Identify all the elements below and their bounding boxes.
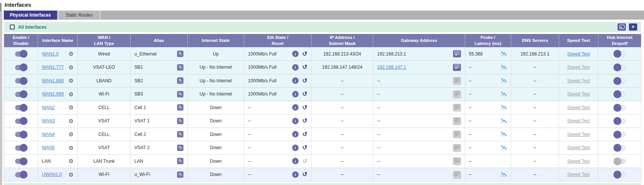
hub-dropoff-toggle[interactable] — [614, 65, 626, 70]
hub-dropoff-toggle[interactable] — [614, 172, 626, 177]
edit-alias-button[interactable]: ✎ — [177, 131, 183, 137]
gear-icon[interactable]: ⚙ — [69, 105, 74, 110]
gear-icon[interactable]: ⚙ — [69, 158, 74, 164]
edit-alias-button[interactable]: ✎ — [177, 145, 183, 151]
latency-chart-icon[interactable] — [501, 118, 507, 124]
enable-toggle[interactable] — [15, 65, 27, 70]
gateway-console-button[interactable] — [453, 91, 461, 98]
hub-dropoff-toggle[interactable] — [614, 78, 626, 83]
reset-icon[interactable]: ↺ — [302, 171, 307, 177]
gateway-console-button[interactable] — [453, 77, 461, 84]
edit-alias-button[interactable]: ✎ — [177, 171, 183, 178]
latency-chart-icon[interactable] — [501, 77, 507, 84]
interface-name-link[interactable]: WAN4 — [42, 132, 55, 137]
reset-icon[interactable]: ↺ — [302, 64, 307, 70]
interface-name-link[interactable]: WAN1.888 — [42, 78, 64, 83]
latency-chart-icon[interactable] — [501, 64, 507, 71]
gateway-console-button[interactable] — [453, 64, 461, 71]
reset-icon[interactable]: ↺ — [302, 131, 307, 137]
latency-chart-icon[interactable] — [501, 104, 507, 111]
reset-icon[interactable]: ↺ — [302, 51, 307, 57]
reset-icon[interactable]: ↺ — [302, 105, 307, 111]
info-icon[interactable]: i — [292, 77, 299, 84]
gateway-console-button[interactable] — [453, 104, 461, 111]
enable-toggle[interactable] — [15, 51, 27, 57]
enable-toggle[interactable] — [15, 92, 27, 97]
interface-name-link[interactable]: LAN — [42, 159, 51, 164]
gateway-console-button[interactable] — [453, 117, 461, 125]
info-icon[interactable]: i — [292, 131, 299, 137]
gear-icon[interactable]: ⚙ — [69, 172, 74, 177]
latency-chart-icon[interactable] — [501, 145, 507, 151]
latency-chart-icon[interactable] — [501, 171, 507, 178]
gear-icon[interactable]: ⚙ — [69, 78, 74, 83]
reset-icon[interactable]: ↺ — [302, 118, 307, 124]
gear-icon[interactable]: ⚙ — [69, 145, 74, 151]
info-icon[interactable]: i — [292, 118, 299, 124]
info-icon[interactable]: i — [292, 145, 299, 151]
reset-icon[interactable]: ↺ — [302, 145, 307, 151]
speed-test-link[interactable]: Speed Test — [567, 51, 590, 57]
interface-name-link[interactable]: WAN5 — [42, 145, 55, 150]
info-icon[interactable]: i — [292, 104, 299, 111]
gear-icon[interactable]: ⚙ — [69, 51, 74, 57]
interface-name-link[interactable]: WAN1.0 — [42, 51, 59, 57]
speed-test-link[interactable]: Speed Test — [567, 145, 590, 150]
hub-dropoff-toggle[interactable] — [614, 51, 626, 57]
tab-static-routes[interactable]: Static Routes — [58, 11, 100, 20]
hub-dropoff-toggle[interactable] — [614, 92, 626, 97]
tab-physical-interfaces[interactable]: Physical Interfaces — [4, 11, 57, 20]
enable-toggle[interactable] — [15, 132, 27, 137]
enable-toggle[interactable] — [15, 159, 27, 164]
reset-icon[interactable]: ↺ — [302, 91, 307, 97]
interface-name-link[interactable]: WAN2 — [42, 105, 55, 110]
gateway-console-button[interactable] — [453, 171, 461, 178]
gateway-console-button[interactable] — [453, 50, 461, 57]
speed-test-link[interactable]: Speed Test — [567, 159, 590, 164]
gateway-console-button[interactable] — [453, 131, 461, 138]
edit-alias-button[interactable]: ✎ — [177, 104, 183, 111]
speed-test-link[interactable]: Speed Test — [567, 65, 590, 70]
hub-dropoff-toggle[interactable] — [614, 132, 626, 137]
speed-test-link[interactable]: Speed Test — [567, 132, 590, 137]
latency-chart-icon[interactable] — [501, 131, 507, 137]
edit-alias-button[interactable]: ✎ — [177, 91, 183, 97]
card-view-button[interactable] — [618, 23, 626, 31]
enable-toggle[interactable] — [15, 105, 27, 110]
edit-alias-button[interactable]: ✎ — [177, 51, 183, 57]
edit-alias-button[interactable]: ✎ — [177, 158, 183, 164]
info-icon[interactable]: i — [292, 64, 299, 71]
info-icon[interactable]: i — [292, 51, 299, 57]
add-interface-button[interactable]: + — [629, 23, 637, 31]
enable-toggle[interactable] — [15, 119, 27, 124]
latency-chart-icon[interactable] — [501, 51, 507, 57]
latency-chart-icon[interactable] — [501, 91, 507, 97]
speed-test-link[interactable]: Speed Test — [567, 91, 590, 97]
speed-test-link[interactable]: Speed Test — [567, 78, 590, 83]
info-icon[interactable]: i — [292, 91, 299, 97]
interface-name-link[interactable]: UWAN1.0 — [42, 172, 62, 177]
reset-icon[interactable]: ↺ — [302, 78, 307, 84]
interface-name-link[interactable]: WAN1.999 — [42, 91, 64, 97]
enable-toggle[interactable] — [15, 78, 27, 83]
hub-dropoff-toggle[interactable] — [614, 105, 626, 110]
edit-alias-button[interactable]: ✎ — [177, 118, 183, 124]
enable-toggle[interactable] — [15, 145, 27, 151]
speed-test-link[interactable]: Speed Test — [567, 172, 590, 177]
gear-icon[interactable]: ⚙ — [69, 118, 74, 124]
edit-alias-button[interactable]: ✎ — [177, 77, 183, 84]
reset-icon[interactable]: ↺ — [302, 158, 307, 164]
hub-dropoff-toggle[interactable] — [614, 159, 626, 164]
speed-test-link[interactable]: Speed Test — [567, 105, 590, 110]
info-icon[interactable]: i — [292, 171, 299, 178]
edit-alias-button[interactable]: ✎ — [177, 64, 183, 71]
interface-name-link[interactable]: WAN1.777 — [42, 65, 64, 70]
hub-dropoff-toggle[interactable] — [614, 119, 626, 124]
gateway-console-button[interactable] — [453, 157, 461, 165]
gateway-console-button[interactable] — [453, 144, 461, 151]
all-interfaces-checkbox[interactable] — [10, 25, 15, 29]
enable-toggle[interactable] — [15, 172, 27, 177]
interface-name-link[interactable]: WAN3 — [42, 118, 55, 123]
gear-icon[interactable]: ⚙ — [69, 131, 74, 137]
hub-dropoff-toggle[interactable] — [614, 145, 626, 151]
